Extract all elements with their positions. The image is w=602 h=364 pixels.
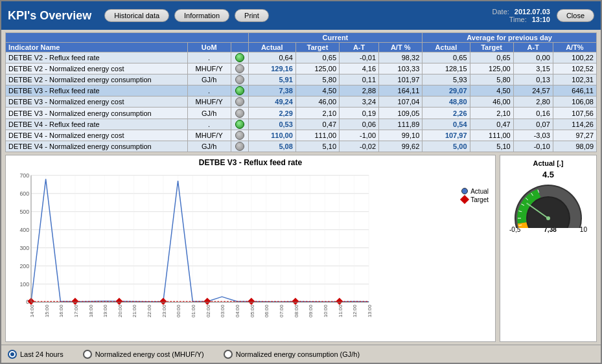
cell-target: 5,80 xyxy=(295,74,339,85)
cell-avg-at-pct: 98,09 xyxy=(553,141,596,152)
svg-text:23:00: 23:00 xyxy=(161,304,167,317)
table-row: DETBE V4 - Normalized energy cost MHUF/Y… xyxy=(6,130,597,141)
cell-uom: MHUF/Y xyxy=(187,130,231,141)
cell-avg-at: 0,16 xyxy=(513,108,553,119)
cell-avg-at: 3,15 xyxy=(513,63,553,74)
cell-avg-at-pct: 100,22 xyxy=(553,52,596,63)
cell-indicator xyxy=(231,130,248,141)
cell-avg-at: 0,07 xyxy=(513,119,553,130)
cell-avg-at: 0,13 xyxy=(513,74,553,85)
table-row: DETBE V4 - Normalized energy consumption… xyxy=(6,141,597,152)
col-avg-at-pct: A/T% xyxy=(553,43,596,52)
svg-text:300: 300 xyxy=(19,244,29,251)
cell-at-pct: 111,89 xyxy=(379,119,423,130)
indicator-circle-green xyxy=(235,86,244,95)
cell-name: DETBE V2 - Normalized energy cost xyxy=(6,63,188,74)
cell-avg-at: 0,00 xyxy=(513,52,553,63)
cell-at: 3,24 xyxy=(340,97,379,108)
header: KPI's Overview Historical data Informati… xyxy=(1,1,601,30)
cell-target: 4,50 xyxy=(295,85,339,97)
svg-rect-65 xyxy=(71,298,78,305)
cell-uom: GJ/h xyxy=(187,108,231,119)
svg-text:700: 700 xyxy=(19,172,29,179)
cell-at-pct: 101,97 xyxy=(379,74,423,85)
svg-text:03:00: 03:00 xyxy=(220,304,226,317)
indicator-circle-green xyxy=(235,120,244,129)
cell-avg-at-pct: 97,27 xyxy=(553,130,596,141)
cell-actual: 110,00 xyxy=(248,130,295,141)
svg-point-79 xyxy=(546,216,550,220)
cell-name: DETBE V3 - Reflux feed rate xyxy=(6,85,188,97)
chart-title: DETBE V3 - Reflux feed rate xyxy=(6,155,495,168)
cell-target: 125,00 xyxy=(295,63,339,74)
cell-avg-actual: 5,00 xyxy=(423,141,470,152)
legend-actual-label: Actual xyxy=(470,188,489,195)
chart-svg: 010020030040050060070014:0015:0016:0017:… xyxy=(6,168,495,337)
table-row: DETBE V2 - Normalized energy consumption… xyxy=(6,74,597,85)
cell-avg-at: -3,03 xyxy=(513,130,553,141)
legend-target-icon xyxy=(460,195,469,204)
svg-text:07:00: 07:00 xyxy=(279,304,284,317)
col-uom: UoM xyxy=(187,43,231,52)
svg-text:21:00: 21:00 xyxy=(132,304,137,317)
legend-actual-icon xyxy=(461,188,468,194)
historical-data-button[interactable]: Historical data xyxy=(104,9,169,22)
time-value: 13:10 xyxy=(532,16,550,23)
svg-rect-69 xyxy=(248,298,255,305)
svg-text:14:00: 14:00 xyxy=(29,304,35,317)
cell-actual: 129,16 xyxy=(248,63,295,74)
svg-text:09:00: 09:00 xyxy=(308,304,314,317)
svg-rect-66 xyxy=(115,298,122,305)
indicator-circle-green xyxy=(235,53,244,62)
cell-indicator xyxy=(231,97,248,108)
gauge-wrap xyxy=(509,179,587,225)
svg-text:16:00: 16:00 xyxy=(58,304,64,317)
date-label: Date: xyxy=(492,8,509,16)
cell-uom: MHUF/Y xyxy=(187,63,231,74)
cell-indicator xyxy=(231,52,248,63)
cell-at: -0,01 xyxy=(340,52,379,63)
radio-energy-cost[interactable]: Normalized energy cost (MHUF/Y) xyxy=(83,350,204,359)
svg-rect-71 xyxy=(336,298,343,305)
svg-text:100: 100 xyxy=(19,280,29,287)
page-title: KPI's Overview xyxy=(8,9,91,23)
time-label: Time: xyxy=(509,16,527,23)
cell-avg-actual: 48,80 xyxy=(423,97,470,108)
datetime-box: Date: 2012.07.03 Time: 13:10 xyxy=(492,8,550,23)
close-button[interactable]: Close xyxy=(557,9,594,22)
bottom-section: DETBE V3 - Reflux feed rate 010020030040… xyxy=(1,152,601,345)
cell-at: -1,00 xyxy=(340,130,379,141)
cell-target: 0,47 xyxy=(295,119,339,130)
radio-energy-consumption-label: Normalized energy consumption (GJ/h) xyxy=(236,350,360,358)
cell-avg-actual: 29,07 xyxy=(423,85,470,97)
cell-uom: . xyxy=(187,119,231,130)
cell-uom: MHUF/Y xyxy=(187,97,231,108)
cell-avg-target: 4,50 xyxy=(470,85,513,97)
radio-energy-consumption[interactable]: Normalized energy consumption (GJ/h) xyxy=(224,350,360,359)
cell-at-pct: 164,11 xyxy=(379,85,423,97)
cell-avg-target: 5,80 xyxy=(470,74,513,85)
radio-last24[interactable]: Last 24 hours xyxy=(8,350,64,359)
cell-avg-at-pct: 106,08 xyxy=(553,97,596,108)
cell-at: 0,11 xyxy=(340,74,379,85)
table-row: DETBE V2 - Normalized energy cost MHUF/Y… xyxy=(6,63,597,74)
cell-actual: 0,53 xyxy=(248,119,295,130)
svg-text:19:00: 19:00 xyxy=(102,304,108,317)
svg-text:18:00: 18:00 xyxy=(88,304,94,317)
table-section: Current Average for previous day Indicat… xyxy=(1,30,601,152)
legend-target-label: Target xyxy=(470,196,489,203)
svg-text:00:00: 00:00 xyxy=(176,304,181,317)
cell-name: DETBE V4 - Normalized energy consumption xyxy=(6,141,188,152)
information-button[interactable]: Information xyxy=(174,9,229,22)
footer-bar: Last 24 hours Normalized energy cost (MH… xyxy=(1,345,601,363)
cell-target: 0,65 xyxy=(295,52,339,63)
svg-text:13:00: 13:00 xyxy=(367,304,373,317)
main-container: KPI's Overview Historical data Informati… xyxy=(0,0,602,364)
cell-indicator xyxy=(231,63,248,74)
cell-actual: 49,24 xyxy=(248,97,295,108)
svg-text:22:00: 22:00 xyxy=(146,304,152,317)
cell-name: DETBE V3 - Normalized energy consumption xyxy=(6,108,188,119)
svg-text:12:00: 12:00 xyxy=(352,304,358,317)
print-button[interactable]: Print xyxy=(235,9,269,22)
cell-actual: 7,38 xyxy=(248,85,295,97)
